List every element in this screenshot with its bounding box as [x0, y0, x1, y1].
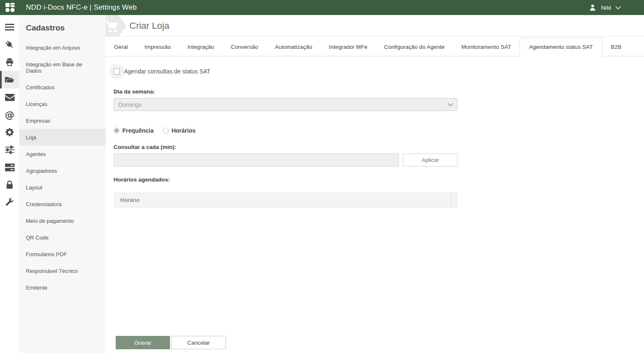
tab-integracao[interactable]: Integração [179, 38, 223, 56]
schedule-checkbox-label: Agendar consultas de status SAT [124, 68, 210, 75]
app-grid-icon[interactable] [5, 3, 15, 12]
sidebar-item-formularios-pdf[interactable]: Formulários PDF [19, 246, 106, 262]
wrench-icon[interactable] [0, 194, 19, 211]
sidebar-item-agentes[interactable]: Agentes [19, 146, 106, 162]
server-icon[interactable] [0, 159, 19, 176]
horarios-radio-label: Horários [172, 127, 196, 134]
sidebar: Cadastros Integração em Arquivo Integraç… [19, 15, 106, 353]
table-header-actions [451, 193, 458, 207]
cancel-button[interactable]: Cancelar [171, 336, 226, 349]
sidebar-item-empresas[interactable]: Empresas [19, 112, 106, 129]
mode-radio-group: Frequência Horários [114, 127, 644, 134]
scheduled-times-label: Horários agendados: [114, 176, 644, 183]
horarios-radio[interactable] [163, 128, 169, 134]
tab-impressao[interactable]: Impressão [136, 38, 179, 56]
store-cart-icon [106, 15, 127, 38]
table-header-horario: Horário [114, 193, 451, 207]
tab-monitoramento-sat[interactable]: Monitoramento SAT [453, 38, 520, 56]
day-of-week-select[interactable]: Domingo [114, 98, 458, 111]
main-panel: Criar Loja Geral Impressão Integração Co… [106, 15, 644, 353]
tab-integrador-mfe[interactable]: Integrador MFe [320, 38, 375, 56]
sidebar-title: Cadastros [19, 18, 106, 39]
radio-option-frequencia[interactable]: Frequência [114, 127, 154, 134]
page-title: Criar Loja [129, 20, 169, 31]
tab-content: Agendar consultas de status SAT Dia da s… [106, 56, 644, 353]
gear-icon[interactable] [0, 124, 19, 141]
sidebar-item-agrupadores[interactable]: Agrupadores [19, 162, 106, 179]
tab-b2b[interactable]: B2B [603, 38, 630, 56]
form-footer: Gravar Cancelar [114, 336, 644, 353]
folder-open-icon[interactable] [0, 71, 19, 88]
sliders-icon[interactable] [0, 141, 19, 159]
sidebar-item-meio-de-pagamento[interactable]: Meio de pagamento [19, 212, 106, 229]
sidebar-item-responsavel-tecnico[interactable]: Responsável Técnico [19, 262, 106, 279]
lock-icon[interactable] [0, 176, 19, 194]
sidebar-item-integracao-base-dados[interactable]: Integração em Base de Dados [19, 56, 106, 79]
sidebar-item-loja[interactable]: Loja [19, 129, 106, 146]
select-chevron-icon [448, 103, 453, 106]
tab-agendamento-status-sat[interactable]: Agendamento status SAT [520, 38, 603, 56]
frequencia-radio-label: Frequência [122, 127, 154, 134]
frequency-input-row: Aplicar [114, 154, 644, 166]
day-of-week-value: Domingo [118, 101, 142, 108]
frequency-input[interactable] [114, 154, 399, 166]
user-name: Ndd [601, 5, 611, 11]
at-sign-icon[interactable]: @ [0, 106, 19, 124]
sidebar-item-qr-code[interactable]: QR Code [19, 229, 106, 246]
apply-button[interactable]: Aplicar [403, 154, 458, 166]
tab-geral[interactable]: Geral [106, 38, 136, 56]
tab-configuracao-do-agente[interactable]: Configuração do Agente [376, 38, 453, 56]
sidebar-item-layout[interactable]: Layout [19, 179, 106, 196]
schedule-status-checkbox[interactable] [114, 68, 120, 75]
day-of-week-label: Dia da semana: [114, 88, 644, 95]
schedule-checkbox-row: Agendar consultas de status SAT [114, 64, 644, 78]
sidebar-item-emitente[interactable]: Emitente [19, 279, 106, 296]
app-title: NDD i-Docs NFC-e | Settings Web [26, 3, 137, 12]
sidebar-item-credenciadora[interactable]: Credenciadora [19, 196, 106, 212]
top-bar: NDD i-Docs NFC-e | Settings Web Ndd [0, 0, 644, 15]
radio-option-horarios[interactable]: Horários [163, 127, 196, 134]
plug-icon[interactable] [0, 36, 19, 53]
menu-icon[interactable] [0, 18, 19, 36]
printer-icon[interactable] [0, 53, 19, 71]
chevron-down-icon [615, 6, 621, 10]
user-icon [588, 3, 597, 12]
sidebar-item-licencas[interactable]: Licenças [19, 96, 106, 112]
tab-automatizacao[interactable]: Automatização [266, 38, 320, 56]
icon-rail: @ [0, 15, 19, 353]
sidebar-item-integracao-arquivo[interactable]: Integração em Arquivo [19, 39, 106, 56]
frequencia-radio[interactable] [114, 128, 119, 134]
save-button[interactable]: Gravar [116, 336, 170, 349]
tab-conversao[interactable]: Conversão [223, 38, 266, 56]
tab-bar: Geral Impressão Integração Conversão Aut… [106, 37, 644, 56]
page-header: Criar Loja [106, 15, 644, 37]
scheduled-times-table: Horário [114, 193, 458, 207]
frequency-label: Consultar a cada (min): [114, 144, 644, 150]
user-menu[interactable]: Ndd [588, 3, 621, 12]
sidebar-item-certificados[interactable]: Certificados [19, 79, 106, 96]
mail-icon[interactable] [0, 88, 19, 106]
